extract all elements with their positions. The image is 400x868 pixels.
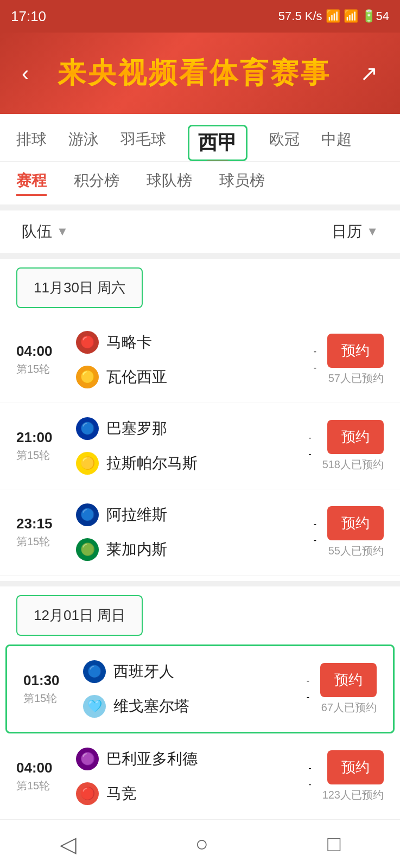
- match-round: 第15轮: [16, 362, 71, 376]
- match-time-col: 23:15第15轮: [16, 515, 71, 549]
- bottom-nav: ◁ ○ □: [0, 819, 400, 868]
- match-action-col: 预约123人已预约: [322, 750, 384, 802]
- team-name: 巴利亚多利德: [106, 749, 198, 769]
- header: ‹ 来央视频看体育赛事 ↗: [0, 33, 400, 114]
- match-time-col: 21:00第15轮: [16, 429, 71, 463]
- match-inner: 🔴马略卡🟡瓦伦西亚--: [76, 328, 327, 392]
- scores-col: --: [314, 347, 316, 373]
- team-row: 🔵阿拉维斯: [76, 500, 314, 529]
- match-time-col: 04:00第15轮: [16, 343, 71, 376]
- date-header-0: 11月30日 周六: [16, 267, 143, 308]
- scores-col: --: [308, 763, 311, 789]
- book-count: 57人已预约: [327, 371, 384, 386]
- match-action-col: 预约67人已预约: [320, 663, 377, 715]
- score1: -: [307, 676, 309, 686]
- filters-row: 队伍 ▼ 日历 ▼: [0, 210, 400, 253]
- team-filter-button[interactable]: 队伍 ▼: [22, 221, 68, 242]
- scores-col: --: [308, 433, 311, 459]
- back-button[interactable]: ‹: [16, 56, 34, 91]
- team-row: 🔴马略卡: [76, 328, 314, 357]
- speed-indicator: 57.5 K/s: [278, 9, 322, 23]
- score2: -: [308, 449, 311, 459]
- share-button[interactable]: ↗: [354, 55, 384, 91]
- team-name: 维戈塞尔塔: [113, 696, 189, 717]
- teams-col: 🔵西班牙人🩵维戈塞尔塔: [83, 657, 307, 721]
- nav-back-button[interactable]: ◁: [43, 826, 93, 862]
- calendar-filter-button[interactable]: 日历 ▼: [332, 221, 378, 242]
- sub-tab-schedule[interactable]: 赛程: [16, 170, 47, 196]
- sub-tabs: 赛程积分榜球队榜球员榜: [0, 162, 400, 205]
- scores-col: --: [314, 519, 316, 545]
- score1: -: [314, 519, 316, 529]
- sports-tab-badminton[interactable]: 羽毛球: [120, 129, 166, 157]
- team-logo: 🔴: [76, 331, 99, 354]
- team-logo: 🟡: [76, 452, 99, 475]
- teams-col: 🔴马略卡🟡瓦伦西亚: [76, 328, 314, 392]
- team-name: 西班牙人: [113, 661, 174, 682]
- team-filter-arrow: ▼: [56, 225, 68, 239]
- status-icons: 57.5 K/s 📶 📶 🔋54: [278, 9, 389, 23]
- match-row: 04:00第15轮🟣巴利亚多利德🔴马竞--预约123人已预约: [0, 733, 400, 820]
- status-time: 17:10: [11, 8, 46, 25]
- match-row: 01:30第15轮🔵西班牙人🩵维戈塞尔塔--预约67人已预约: [5, 644, 395, 733]
- match-time-col: 04:00第15轮: [16, 760, 71, 793]
- book-button[interactable]: 预约: [327, 420, 384, 454]
- match-time-value: 01:30: [23, 672, 78, 689]
- sports-tab-zhongchao[interactable]: 中超: [321, 129, 352, 157]
- score1: -: [308, 433, 311, 443]
- book-button[interactable]: 预约: [320, 663, 377, 697]
- match-time-value: 04:00: [16, 760, 71, 776]
- score2: -: [307, 692, 309, 702]
- match-action-col: 预约57人已预约: [327, 334, 384, 386]
- match-action-col: 预约518人已预约: [322, 420, 384, 472]
- match-row: 21:00第15轮🔵巴塞罗那🟡拉斯帕尔马斯--预约518人已预约: [0, 403, 400, 489]
- sub-tab-teams[interactable]: 球队榜: [147, 170, 192, 196]
- team-row: 🔵巴塞罗那: [76, 414, 308, 443]
- calendar-filter-arrow: ▼: [366, 225, 378, 239]
- sub-tab-standings[interactable]: 积分榜: [74, 170, 119, 196]
- status-bar: 17:10 57.5 K/s 📶 📶 🔋54: [0, 0, 400, 33]
- team-logo: 🔵: [76, 417, 99, 440]
- team-name: 瓦伦西亚: [106, 367, 167, 387]
- team-name: 马竞: [106, 783, 137, 804]
- team-row: 🟡拉斯帕尔马斯: [76, 449, 308, 478]
- teams-col: 🟣巴利亚多利德🔴马竞: [76, 744, 308, 808]
- book-count: 67人已预约: [320, 700, 377, 715]
- match-inner: 🔵西班牙人🩵维戈塞尔塔--: [83, 657, 320, 721]
- match-inner: 🔵阿拉维斯🟢莱加内斯--: [76, 500, 327, 564]
- book-button[interactable]: 预约: [327, 506, 384, 540]
- sports-tab-volleyball[interactable]: 排球: [16, 129, 47, 157]
- team-logo: 🟢: [76, 538, 99, 561]
- book-button[interactable]: 预约: [327, 750, 384, 784]
- match-time-value: 23:15: [16, 515, 71, 532]
- team-row: 🔵西班牙人: [83, 657, 307, 686]
- sections-container: 11月30日 周六04:00第15轮🔴马略卡🟡瓦伦西亚--预约57人已预约21:…: [0, 259, 400, 868]
- nav-home-button[interactable]: ○: [179, 826, 225, 861]
- sub-tab-players[interactable]: 球员榜: [219, 170, 265, 196]
- match-action-col: 预约55人已预约: [327, 506, 384, 558]
- battery-icon: 🔋54: [361, 9, 389, 23]
- book-count: 518人已预约: [322, 457, 384, 472]
- team-name: 马略卡: [106, 332, 152, 353]
- team-logo: 🟣: [76, 748, 99, 770]
- match-round: 第15轮: [16, 448, 71, 463]
- book-count: 123人已预约: [322, 788, 384, 802]
- team-row: 🩵维戈塞尔塔: [83, 692, 307, 721]
- sports-nav: 排球游泳羽毛球西甲欧冠中超: [0, 114, 400, 162]
- section-0: 11月30日 周六04:00第15轮🔴马略卡🟡瓦伦西亚--预约57人已预约21:…: [0, 259, 400, 581]
- match-time-value: 04:00: [16, 343, 71, 360]
- nav-recent-button[interactable]: □: [311, 826, 357, 861]
- team-row: 🟢莱加内斯: [76, 535, 314, 564]
- match-round: 第15轮: [16, 778, 71, 793]
- book-button[interactable]: 预约: [327, 334, 384, 368]
- sports-tab-laliga[interactable]: 西甲: [188, 125, 247, 161]
- signal-icon: 📶: [344, 9, 358, 23]
- sports-tab-swimming[interactable]: 游泳: [68, 129, 99, 157]
- sports-tabs-list: 排球游泳羽毛球西甲欧冠中超: [0, 114, 400, 161]
- match-time-value: 21:00: [16, 429, 71, 446]
- team-row: 🟣巴利亚多利德: [76, 744, 308, 774]
- teams-col: 🔵阿拉维斯🟢莱加内斯: [76, 500, 314, 564]
- book-count: 55人已预约: [327, 544, 384, 558]
- sports-tab-champions[interactable]: 欧冠: [269, 129, 300, 157]
- match-time-col: 01:30第15轮: [23, 672, 78, 706]
